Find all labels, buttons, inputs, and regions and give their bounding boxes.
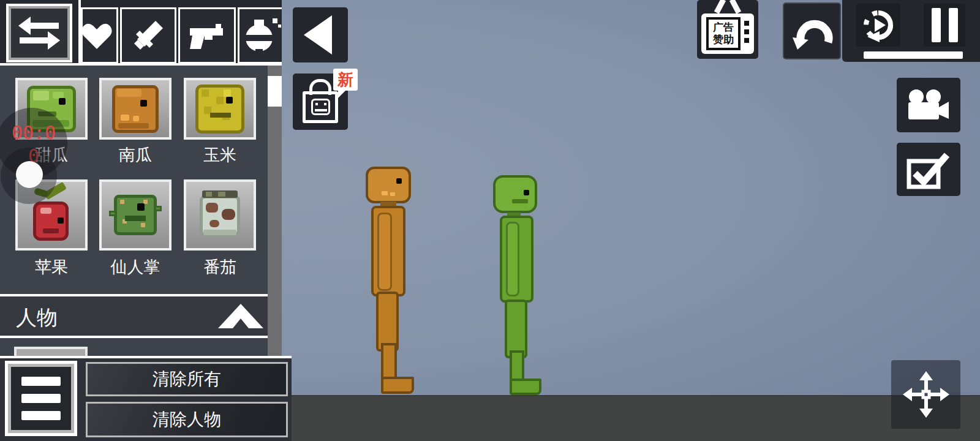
pistol-icon	[187, 21, 227, 50]
green-arm	[506, 222, 519, 296]
orange-mouth	[382, 191, 388, 195]
scrollbar-thumb[interactable]	[268, 76, 282, 107]
green-mouth	[512, 199, 528, 203]
green-eye	[524, 190, 529, 195]
undo-icon	[791, 13, 833, 50]
orange-eye	[396, 178, 402, 184]
orange-shin	[381, 343, 397, 381]
record-video-button[interactable]	[897, 78, 960, 132]
record-button[interactable]	[16, 161, 43, 188]
ad-text-line1: 广告	[713, 21, 734, 34]
people-section-header[interactable]: 人物	[0, 296, 268, 336]
bottom-menu: 清除所有 清除人物	[0, 356, 292, 441]
section-line-bottom	[0, 336, 268, 338]
ground	[282, 395, 980, 441]
orange-arm	[377, 213, 392, 291]
tab-health[interactable]	[81, 7, 118, 64]
green-head	[493, 175, 537, 213]
grenade-icon	[243, 17, 281, 54]
item-label-corn: 玉米	[177, 144, 263, 166]
heart-icon	[81, 21, 114, 50]
green-foot	[510, 379, 541, 395]
tab-melee[interactable]	[120, 7, 176, 64]
ad-text-line2: 赞助	[713, 34, 734, 46]
tv-ad-icon: 广告 赞助	[697, 0, 758, 59]
menu-button[interactable]	[5, 361, 77, 436]
tab-guns[interactable]	[178, 7, 236, 64]
pause-icon	[932, 8, 958, 42]
partial-item-tile[interactable]	[14, 347, 88, 356]
collapse-panel-button[interactable]	[293, 7, 348, 62]
swap-icon	[17, 15, 61, 51]
tab-explosives[interactable]	[238, 7, 282, 64]
pumpkin-icon	[112, 85, 159, 133]
new-badge-tail	[338, 90, 346, 98]
clear-all-button[interactable]: 清除所有	[86, 362, 288, 396]
cactus-icon	[110, 192, 160, 238]
people-section-title: 人物	[16, 304, 58, 332]
green-thigh	[505, 300, 527, 358]
item-label-pumpkin: 南瓜	[92, 144, 178, 166]
app-root: 新 广告 赞助	[0, 0, 980, 441]
swap-tool-button[interactable]	[6, 4, 72, 62]
confirm-button[interactable]	[897, 143, 960, 196]
pause-button[interactable]	[924, 4, 965, 47]
item-label-cactus: 仙人掌	[92, 256, 178, 278]
item-label-tomato: 番茄	[177, 256, 263, 278]
corn-icon	[195, 85, 244, 134]
move-icon	[903, 371, 949, 418]
clear-people-button[interactable]: 清除人物	[86, 402, 288, 437]
chevron-up-icon	[218, 304, 263, 328]
new-badge: 新	[333, 69, 358, 91]
item-tile-pumpkin[interactable]	[99, 78, 172, 140]
move-camera-button[interactable]	[891, 360, 960, 429]
item-tile-corn[interactable]	[184, 78, 256, 140]
orange-head	[366, 167, 411, 203]
camera-icon	[907, 89, 950, 122]
ad-sponsor-button[interactable]: 广告 赞助	[697, 0, 758, 59]
item-label-apple: 苹果	[9, 256, 94, 278]
item-tile-tomato[interactable]	[184, 179, 256, 251]
playback-panel	[842, 0, 980, 62]
tomato-icon	[197, 190, 243, 239]
back-arrow-icon	[304, 15, 332, 55]
sword-icon	[131, 18, 165, 53]
check-icon	[907, 150, 951, 189]
speed-button[interactable]	[856, 4, 900, 47]
speed-icon	[861, 8, 895, 42]
item-tile-cactus[interactable]	[99, 179, 172, 251]
scrollbar-track[interactable]	[268, 66, 282, 356]
orange-mouth2	[390, 192, 395, 196]
orange-foot	[381, 377, 414, 394]
time-progress-bar[interactable]	[864, 51, 963, 59]
undo-button[interactable]	[783, 2, 841, 59]
